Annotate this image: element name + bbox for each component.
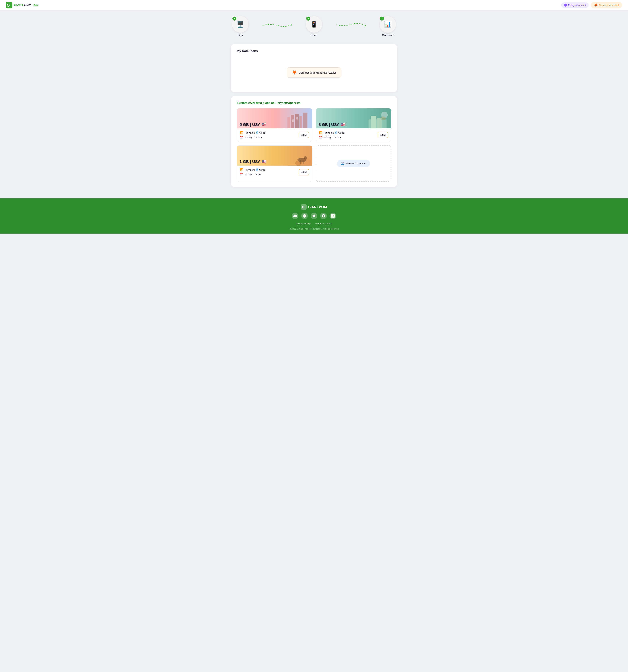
svg-marker-2	[291, 24, 292, 26]
footer-inner: G GIANT eSIM Privacy Policy Ter	[227, 204, 401, 230]
connect-wallet-area: 🦊 Connect your Metamask wallet	[237, 56, 391, 87]
beta-badge: Beta	[32, 4, 39, 6]
calendar-icon-3gb: 📅	[319, 136, 322, 139]
dashes-svg-1	[263, 23, 292, 27]
plan-1gb-body: 📶 Provider : 🌀 GIANT 📅 Validity : 7 Days…	[237, 166, 312, 178]
metamask-fox-icon: 🦊	[594, 3, 598, 7]
step-buy-label: Buy	[237, 34, 243, 37]
esim-badge-5gb: eSIM	[299, 132, 309, 138]
cowboy-scene-1gb	[285, 147, 312, 166]
plan-3gb-validity-row: 📅 Validity : 30 Days	[319, 136, 346, 139]
city-scene-3gb	[364, 111, 391, 128]
plan-3gb-image: 3 GB | USA 🇺🇸	[316, 109, 391, 128]
logo-area: G GIANT eSIM Beta	[6, 2, 39, 8]
linkedin-icon[interactable]	[330, 213, 336, 219]
svg-rect-10	[296, 117, 298, 119]
opensea-icon: 🌊	[341, 162, 345, 166]
esim-badge-1gb: eSIM	[299, 169, 309, 175]
step-connect-icon: 📊	[384, 21, 391, 28]
connect-metamask-button[interactable]: 🦊 Connect Metamask	[591, 2, 622, 8]
step-scan-icon: 📱	[310, 21, 318, 28]
discord-icon[interactable]	[292, 213, 298, 219]
signal-icon-1gb: 📶	[240, 168, 243, 171]
polygon-mainnet-button[interactable]: Polygon Mainnet	[561, 2, 589, 8]
svg-rect-6	[295, 114, 299, 128]
svg-rect-20	[303, 160, 303, 164]
svg-point-21	[304, 156, 307, 159]
step-scan: 2 📱 Scan	[306, 16, 322, 37]
step-buy-number: 1	[232, 17, 236, 21]
logo-text: GIANT eSIM Beta	[14, 3, 39, 7]
privacy-policy-link[interactable]: Privacy Policy	[296, 222, 310, 225]
telegram-icon[interactable]	[301, 213, 308, 219]
footer-links: Privacy Policy Terms of service	[296, 222, 332, 225]
svg-rect-7	[299, 116, 302, 128]
my-data-plans-title: My Data Plans	[237, 49, 391, 53]
step-connect: 3 📊 Connect	[379, 16, 396, 37]
plan-card-5gb: 5 GB | USA 🇺🇸 📶	[237, 108, 312, 142]
step-connect-number: 3	[380, 17, 384, 21]
calendar-icon: 📅	[240, 136, 243, 139]
plan-5gb-provider-row: 📶 Provider : 🌀 GIANT	[240, 131, 266, 134]
svg-rect-9	[292, 120, 294, 122]
logo-icon: G	[6, 2, 13, 8]
view-opensea-button[interactable]: 🌊 View on Opensea	[337, 160, 370, 167]
plan-5gb-info: 📶 Provider : 🌀 GIANT 📅 Validity : 30 Day…	[240, 131, 266, 139]
plan-card-1gb: 1 GB | USA 🇺🇸 📶	[237, 145, 312, 182]
step-scan-circle: 2 📱	[306, 16, 322, 32]
polygon-icon	[564, 4, 567, 6]
signal-icon: 📶	[240, 131, 243, 134]
signal-icon-3gb: 📶	[319, 131, 322, 134]
svg-rect-13	[377, 118, 381, 128]
city-skyline-5gb	[285, 111, 312, 128]
step-buy-circle: 1 🖥️	[232, 16, 249, 32]
header: G GIANT eSIM Beta Polygon Mainnet 🦊 Conn…	[0, 0, 628, 10]
steps-inner: 1 🖥️ Buy 2 📱 Scan	[232, 16, 396, 37]
terms-of-service-link[interactable]: Terms of service	[315, 222, 332, 225]
svg-rect-4	[287, 117, 290, 128]
view-opensea-card: 🌊 View on Opensea	[316, 145, 391, 182]
plan-3gb-provider-row: 📶 Provider : 🌀 GIANT	[319, 131, 346, 134]
svg-text:G: G	[302, 205, 305, 209]
plan-3gb-info: 📶 Provider : 🌀 GIANT 📅 Validity : 30 Day…	[319, 131, 346, 139]
main-content: My Data Plans 🦊 Connect your Metamask wa…	[227, 41, 401, 198]
plan-1gb-image: 1 GB | USA 🇺🇸	[237, 146, 312, 166]
footer-social-links	[292, 213, 336, 219]
plans-grid: 5 GB | USA 🇺🇸 📶	[237, 108, 391, 182]
dashes-svg-2	[336, 23, 366, 27]
plan-1gb-validity-row: 📅 Validity : 7 Days	[240, 173, 266, 176]
step-scan-number: 2	[306, 17, 310, 21]
footer-logo-icon: G	[301, 204, 306, 210]
esim-badge-3gb: eSIM	[377, 132, 388, 138]
step-connect-label: Connect	[382, 34, 394, 37]
plan-5gb-image: 5 GB | USA 🇺🇸	[237, 109, 312, 128]
step-connect-circle: 3 📊	[379, 16, 396, 32]
header-actions: Polygon Mainnet 🦊 Connect Metamask	[561, 2, 622, 8]
explore-card: Explore eSIM data plans on Polygon/OpenS…	[231, 96, 397, 187]
svg-rect-12	[371, 116, 376, 128]
explore-title: Explore eSIM data plans on Polygon/OpenS…	[237, 101, 391, 104]
dashes-2	[320, 23, 381, 27]
svg-marker-3	[365, 25, 366, 27]
metamask-wallet-icon: 🦊	[292, 70, 297, 75]
step-buy: 1 🖥️ Buy	[232, 16, 249, 37]
plan-card-3gb: 3 GB | USA 🇺🇸 📶 Provider :	[316, 108, 391, 142]
footer: G GIANT eSIM Privacy Policy Ter	[0, 198, 628, 234]
plan-5gb-body: 📶 Provider : 🌀 GIANT 📅 Validity : 30 Day…	[237, 128, 312, 142]
svg-rect-8	[303, 113, 307, 128]
dashes-1	[247, 23, 308, 27]
connect-wallet-button[interactable]: 🦊 Connect your Metamask wallet	[287, 68, 341, 78]
step-scan-label: Scan	[310, 34, 318, 37]
twitter-icon[interactable]	[311, 213, 317, 219]
footer-logo: G GIANT eSIM	[301, 204, 327, 210]
my-data-plans-card: My Data Plans 🦊 Connect your Metamask wa…	[231, 44, 397, 92]
plan-1gb-provider-row: 📶 Provider : 🌀 GIANT	[240, 168, 266, 171]
svg-point-15	[380, 116, 386, 120]
calendar-icon-1gb: 📅	[240, 173, 243, 176]
step-buy-icon: 🖥️	[237, 21, 244, 28]
plan-3gb-body: 📶 Provider : 🌀 GIANT 📅 Validity : 30 Day…	[316, 128, 391, 142]
plan-5gb-validity-row: 📅 Validity : 30 Days	[240, 136, 266, 139]
steps-section: 1 🖥️ Buy 2 📱 Scan	[0, 10, 628, 41]
facebook-icon[interactable]	[320, 213, 327, 219]
svg-rect-19	[300, 160, 301, 164]
